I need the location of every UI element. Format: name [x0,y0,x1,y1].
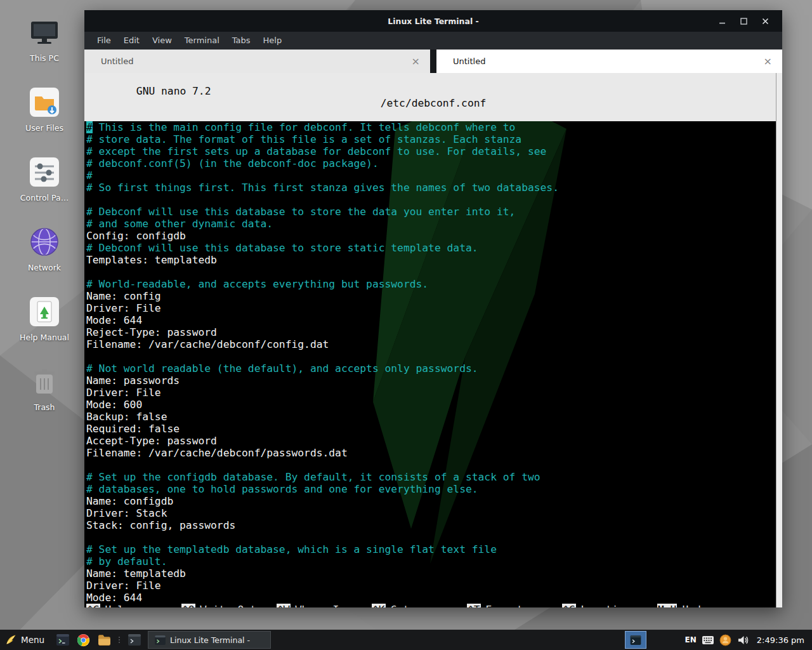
maximize-icon [740,18,747,25]
terminal-line: # and some other dynamic data. [86,218,782,230]
terminal-view[interactable]: GNU nano 7.2 /etc/debconf.conf # This is… [84,73,782,607]
terminal-line: # databases, one to hold passwords and o… [86,483,782,495]
window-task-button[interactable]: Linux Lite Terminal - [148,631,271,649]
file-manager-icon [98,634,111,646]
menu-item[interactable]: File [91,32,117,50]
chrome-launcher[interactable] [75,632,92,649]
terminal-line [86,350,782,362]
tab-close-icon[interactable]: × [412,56,420,67]
desktop-icon-label: Trash [34,402,55,412]
minimize-button[interactable] [711,10,733,32]
tray-terminal-button[interactable] [625,631,646,649]
desktop-icon-label: Control Pa… [20,193,69,202]
nano-shortcut: M-UUndo [657,604,752,607]
menu-button[interactable]: Menu [0,630,52,650]
desktop-icon-trash[interactable]: Trash [11,366,77,412]
nano-titlebar: GNU nano 7.2 /etc/debconf.conf [84,73,782,121]
terminal-line: Mode: 644 [86,314,782,326]
terminal-line: Name: config [86,290,782,302]
help-manual-icon [29,296,60,328]
terminal-line: # by default. [86,555,782,567]
terminal-line: Filename: /var/cache/debconf/passwords.d… [86,447,782,459]
window-titlebar[interactable]: Linux Lite Terminal - [84,10,782,32]
nano-shortcut: ^CLocation [562,604,657,607]
terminal-line: Backup: false [86,411,782,423]
terminal-line: Mode: 644 [86,592,782,604]
tab-label: Untitled [453,56,764,66]
terminal-line: # So first things first. This first stan… [86,182,782,194]
file-manager-launcher[interactable] [96,632,113,649]
control-panel-icon [29,156,60,188]
terminal-tab[interactable]: Untitled × [84,50,430,73]
shortcut-label: Write Out [200,604,256,607]
nano-shortcut: ^TExecute [467,604,562,607]
shortcut-label: Execute [486,604,530,607]
terminal-line: Filename: /var/cache/debconf/config.dat [86,338,782,350]
terminal-line: Accept-Type: password [86,435,782,447]
nano-shortcut: ^WWhere Is [277,604,372,607]
menu-item[interactable]: Terminal [178,32,226,50]
shortcut-key: ^K [372,604,386,607]
user-files-icon [29,86,60,118]
terminal-window: Linux Lite Terminal - File Edit View Ter… [84,10,782,607]
terminal-line: # World-readable, and accepts everything… [86,278,782,290]
desktop-icon-network[interactable]: Network [11,226,77,272]
shortcut-key: ^T [467,604,481,607]
terminal-line: # Debconf will use this database to stor… [86,242,782,254]
terminal-launcher[interactable] [54,632,71,649]
tray-terminal-icon [630,635,641,645]
terminal-line: Required: false [86,423,782,435]
desktop-icon-label: Help Manual [20,333,69,342]
task-button-terminal-icon [155,635,166,645]
desktop-icon-label: This PC [30,53,59,63]
tab-label: Untitled [101,56,412,66]
menu-item[interactable]: Tabs [226,32,257,50]
menu-item[interactable]: Edit [117,32,146,50]
terminal-line: Driver: File [86,580,782,592]
tab-close-icon[interactable]: × [764,56,772,67]
open-terminal-launcher[interactable] [126,632,143,649]
desktop-icon-this-pc[interactable]: This PC [11,17,77,63]
shortcut-key: ^O [181,604,195,607]
terminal-line: # Set up the configdb database. By defau… [86,471,782,483]
nano-version: GNU nano 7.2 [136,85,211,97]
menu-label: Menu [21,635,44,645]
keyboard-layout-indicator[interactable]: EN [685,635,697,644]
desktop-icon-label: User Files [25,123,63,133]
shortcut-key: ^C [562,604,576,607]
terminal-line: Config: configdb [86,230,782,242]
terminal-line [86,194,782,206]
keyboard-icon[interactable] [702,636,714,644]
desktop-icon-control-panel[interactable]: Control Pa… [11,156,77,202]
shortcut-label: Undo [682,604,707,607]
shortcut-key: M-U [657,604,677,607]
shortcut-key: ^G [86,604,100,607]
menu-item[interactable]: Help [257,32,289,50]
desktop-icon-user-files[interactable]: User Files [11,86,77,133]
maximize-button[interactable] [733,10,754,32]
terminal-line: # Set up the templatedb database, which … [86,543,782,555]
nano-shortcut: ^KCut [372,604,467,607]
desktop-icon-help-manual[interactable]: Help Manual [11,296,77,342]
menu-item[interactable]: View [146,32,178,50]
terminal-line: # except the first sets up a database fo… [86,145,782,157]
terminal-tab[interactable]: Untitled × [436,50,782,73]
volume-icon[interactable] [737,635,749,646]
desktop-icon-label: Network [28,263,61,272]
nano-shortcut-bar: ^GHelp ^OWrite Out ^WWhere Is ^KCut [84,604,782,607]
shortcut-label: Where Is [296,604,345,607]
terminal-line [86,459,782,471]
window-title: Linux Lite Terminal - [84,17,782,26]
terminal-scrollbar[interactable] [776,73,782,607]
terminal-content[interactable]: # This is the main config file for debco… [84,121,782,604]
network-globe-icon [29,226,60,258]
terminal-line: # [86,169,782,182]
tray-status-icon[interactable] [719,634,731,646]
clock[interactable]: 2:49:36 pm [757,635,804,645]
terminal-line: Name: passwords [86,375,782,387]
nano-shortcut: ^OWrite Out [181,604,277,607]
close-button[interactable] [754,10,776,32]
shortcut-key: ^W [277,604,291,607]
open-terminal-icon [128,634,141,646]
shortcut-label: Location [581,604,631,607]
